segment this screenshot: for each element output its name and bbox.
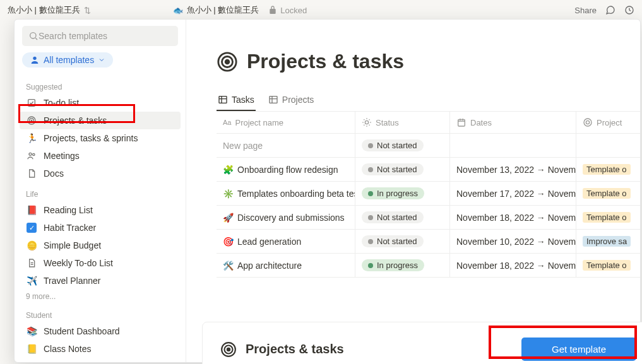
table-row[interactable]: New pageNot started — [217, 134, 640, 158]
section-life: Life — [20, 187, 181, 201]
svg-rect-15 — [458, 119, 465, 126]
table-row[interactable]: 🛠️App architectureIn progressNovember 18… — [217, 254, 640, 278]
notebook-icon: 📒 — [26, 343, 37, 355]
sidebar-item-meetings[interactable]: Meetings — [20, 147, 181, 165]
sidebar-item-label: Habit Tracker — [44, 223, 96, 233]
target-icon — [583, 117, 593, 127]
sidebar-item-budget[interactable]: 🪙Simple Budget — [20, 237, 181, 254]
svg-point-1 — [30, 33, 36, 38]
sidebar-item-projects-tasks[interactable]: Projects & tasks — [20, 112, 181, 129]
svg-rect-12 — [219, 97, 227, 103]
checkbox-icon — [26, 97, 37, 109]
row-icon: 🛠️ — [223, 261, 234, 271]
sidebar-item-label: Meetings — [44, 151, 80, 161]
sidebar-item-weekly[interactable]: Weekly To-do List — [20, 254, 181, 272]
cell-name: ✳️Templates onboarding beta tes — [217, 182, 355, 205]
cell-status: Not started — [355, 230, 450, 253]
cell-project: Template o — [576, 254, 640, 277]
search-input[interactable] — [39, 31, 172, 41]
sidebar-item-habit[interactable]: ✓Habit Tracker — [20, 219, 181, 237]
svg-rect-13 — [270, 97, 277, 103]
cell-dates: November 18, 2022 → Novemb — [450, 254, 576, 277]
status-pill: Not started — [362, 163, 424, 175]
svg-point-7 — [29, 153, 32, 155]
cell-project: Template o — [576, 206, 640, 229]
sidebar-item-todo[interactable]: To-do list — [20, 94, 181, 112]
search-container[interactable] — [22, 26, 178, 46]
locked-indicator: Locked — [268, 5, 307, 15]
more-link[interactable]: 9 more... — [20, 290, 181, 303]
tab-label: Projects — [282, 95, 314, 105]
page-title: Projects & tasks — [247, 50, 404, 73]
col-dates[interactable]: Dates — [450, 112, 576, 133]
svg-point-20 — [227, 348, 230, 350]
col-project[interactable]: Project — [576, 112, 640, 133]
breadcrumb-2-text: 魚小小 | 數位龍王兵 — [187, 4, 259, 16]
project-tag: Template o — [583, 188, 631, 199]
cell-name: 🛠️App architecture — [217, 254, 355, 277]
sun-icon — [362, 117, 372, 127]
runner-icon: 🏃 — [26, 132, 37, 144]
clock-icon[interactable] — [624, 5, 634, 15]
book-red-icon: 📕 — [26, 204, 37, 216]
filter-chip[interactable]: All templates — [22, 52, 113, 68]
sidebar-item-travel[interactable]: ✈️Travel Planner — [20, 272, 181, 290]
list-icon — [26, 257, 37, 269]
sidebar-item-sprints[interactable]: 🏃Projects, tasks & sprints — [20, 129, 181, 147]
lock-icon — [268, 5, 278, 15]
sidebar-item-label: Class Notes — [44, 344, 91, 354]
tasks-table: AaProject name Status Dates Project New … — [217, 112, 640, 278]
calendar-icon — [456, 117, 467, 127]
comment-icon[interactable] — [605, 5, 615, 15]
doc-icon — [26, 168, 37, 179]
row-icon: 🎯 — [223, 237, 234, 247]
get-template-button[interactable]: Get template — [521, 338, 636, 361]
table-row[interactable]: 🎯Lead generationNot startedNovember 10, … — [217, 230, 640, 254]
books-icon: 📚 — [26, 326, 37, 337]
cell-dates: November 10, 2022 → Novemb — [450, 230, 576, 253]
status-pill: Not started — [362, 211, 424, 223]
tab-projects[interactable]: Projects — [267, 91, 316, 111]
template-preview: Projects & tasks Tasks Projects AaProjec… — [186, 20, 640, 362]
plane-icon: ✈️ — [26, 275, 37, 286]
updown-icon: ⇅ — [84, 6, 91, 15]
table-row[interactable]: 🚀Discovery and submissionsNot startedNov… — [217, 206, 640, 230]
tab-tasks[interactable]: Tasks — [217, 91, 256, 111]
check-blue-icon: ✓ — [26, 222, 37, 233]
chip-label: All templates — [44, 55, 94, 65]
col-status[interactable]: Status — [355, 112, 450, 133]
cell-project: Template o — [576, 182, 640, 205]
cell-name: 🎯Lead generation — [217, 230, 355, 253]
status-pill: In progress — [362, 187, 424, 199]
svg-rect-3 — [28, 100, 35, 107]
cell-status: Not started — [355, 158, 450, 181]
cell-project — [576, 134, 640, 157]
title-row: Projects & tasks — [217, 50, 640, 73]
sidebar-item-label: Weekly To-do List — [44, 258, 113, 268]
cell-name: New page — [217, 134, 355, 157]
breadcrumb-2[interactable]: 🐟 魚小小 | 數位龍王兵 — [173, 4, 259, 16]
share-button[interactable]: Share — [574, 6, 597, 15]
sidebar-item-label: Projects & tasks — [44, 115, 107, 126]
project-tag: Template o — [583, 260, 631, 271]
breadcrumb[interactable]: 魚小小 | 數位龍王兵 ⇅ — [8, 4, 91, 16]
sidebar-item-dashboard[interactable]: 📚Student Dashboard — [20, 322, 181, 340]
col-name[interactable]: AaProject name — [217, 112, 355, 133]
row-icon: 🧩 — [223, 165, 234, 175]
cell-status: In progress — [355, 182, 450, 205]
tab-label: Tasks — [232, 95, 254, 105]
top-bar: 魚小小 | 數位龍王兵 ⇅ 🐟 魚小小 | 數位龍王兵 Locked Share — [0, 0, 642, 20]
target-icon — [217, 51, 238, 73]
view-tabs: Tasks Projects — [217, 91, 640, 112]
svg-point-6 — [31, 120, 32, 120]
sidebar-item-classnotes[interactable]: 📒Class Notes — [20, 340, 181, 358]
cell-dates: November 17, 2022 → Novemb — [450, 182, 576, 205]
status-pill: In progress — [362, 259, 424, 271]
sidebar-item-docs[interactable]: Docs — [20, 165, 181, 182]
template-sidebar: All templates Suggested To-do list Proje… — [15, 20, 186, 362]
table-row[interactable]: 🧩Onboarding flow redesignNot startedNove… — [217, 158, 640, 182]
cell-name: 🧩Onboarding flow redesign — [217, 158, 355, 181]
sidebar-item-reading[interactable]: 📕Reading List — [20, 201, 181, 219]
section-suggested: Suggested — [20, 80, 181, 94]
table-row[interactable]: ✳️Templates onboarding beta tesIn progre… — [217, 182, 640, 206]
